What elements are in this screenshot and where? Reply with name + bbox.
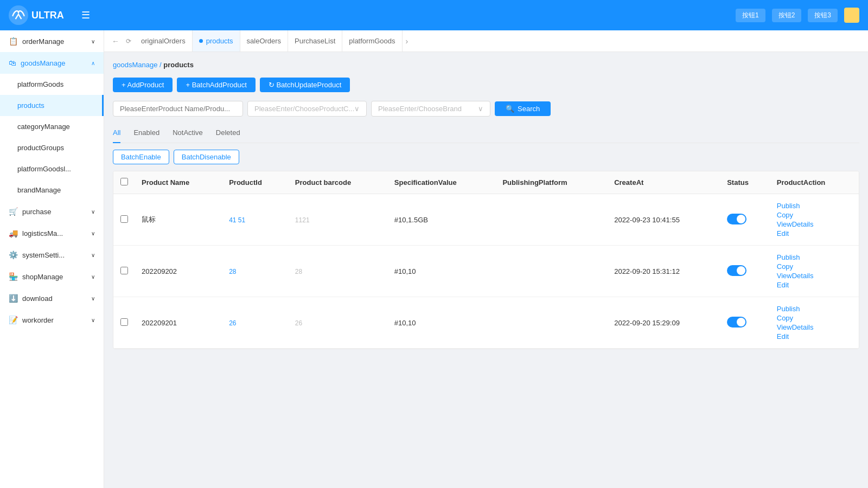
- row1-toggle[interactable]: [727, 214, 746, 224]
- row2-checkbox[interactable]: [120, 267, 128, 274]
- sidebar-label-goodsManage: goodsManage: [21, 59, 65, 67]
- row1-publish-link[interactable]: Publish: [777, 202, 852, 210]
- tab-refresh-btn[interactable]: ⟳: [123, 37, 135, 45]
- row3-publish-link[interactable]: Publish: [777, 305, 852, 313]
- tab-active-dot: [199, 39, 203, 43]
- row3-checkbox[interactable]: [120, 318, 128, 326]
- th-action: ProductAction: [770, 171, 859, 194]
- row2-actions: Publish Copy ViewDetails Edit: [770, 246, 859, 297]
- sidebar-label-systemSetti: systemSetti...: [22, 251, 65, 259]
- table-row: 202209201 26 26 #10,10 2022-09-20 15:29:…: [113, 297, 859, 349]
- row2-status: [720, 246, 770, 297]
- search-brand-select[interactable]: PleaseEnter/ChooseBrand ∨: [371, 101, 490, 117]
- row1-checkbox-cell: [113, 194, 135, 246]
- header-btn2[interactable]: 按钮2: [772, 9, 802, 22]
- row2-edit-link[interactable]: Edit: [777, 281, 852, 289]
- select-all-checkbox[interactable]: [120, 178, 128, 185]
- row1-barcode: 1121: [289, 194, 388, 246]
- sidebar-item-productGroups[interactable]: productGroups: [0, 137, 104, 158]
- logo: ULTRA: [9, 5, 64, 25]
- row1-edit-link[interactable]: Edit: [777, 229, 852, 237]
- chevron-icon-workorder: ∨: [91, 317, 95, 323]
- tab-platformGoods[interactable]: platformGoods: [342, 30, 402, 52]
- sidebar-item-download[interactable]: ⬇️ download ∨: [0, 287, 104, 309]
- breadcrumb-parent[interactable]: goodsManage: [113, 61, 157, 69]
- row1-action-links: Publish Copy ViewDetails Edit: [777, 202, 852, 237]
- search-name-input[interactable]: [113, 101, 243, 117]
- hamburger-icon[interactable]: ☰: [77, 7, 94, 23]
- filter-tab-deleted[interactable]: Deleted: [216, 125, 240, 143]
- tab-originalOrders[interactable]: originalOrders: [135, 30, 193, 52]
- header-btn1[interactable]: 按钮1: [736, 9, 765, 22]
- sidebar-item-categoryManage[interactable]: categoryManage: [0, 116, 104, 137]
- avatar[interactable]: [844, 8, 859, 23]
- chevron-icon-goodsManage: ∧: [91, 60, 95, 66]
- table-row: 鼠标 41 51 1121 #10,1.5GB 2022-09-23 10:41…: [113, 194, 859, 246]
- row1-product-name: 鼠标: [135, 194, 222, 246]
- product-table: Product Name ProductId Product barcode S…: [113, 171, 859, 349]
- row1-copy-link[interactable]: Copy: [777, 211, 852, 219]
- tab-more-btn[interactable]: ›: [403, 37, 412, 46]
- filter-tab-all[interactable]: All: [113, 125, 120, 143]
- th-checkbox: [113, 171, 135, 194]
- sidebar-item-workorder[interactable]: 📝 workorder ∨: [0, 309, 104, 331]
- header-right: 按钮1 按钮2 按钮3: [736, 8, 859, 23]
- goods-icon: 🛍: [9, 59, 16, 67]
- row2-spec-value: #10,10: [388, 246, 496, 297]
- filter-tab-notActive[interactable]: NotActive: [173, 125, 203, 143]
- tab-products[interactable]: products: [193, 30, 240, 52]
- row3-spec-value: #10,10: [388, 297, 496, 349]
- sidebar-item-systemSetti[interactable]: ⚙️ systemSetti... ∨: [0, 244, 104, 266]
- row1-viewdetails-link[interactable]: ViewDetails: [777, 220, 852, 228]
- shop-icon: 🏪: [9, 272, 18, 281]
- row3-checkbox-cell: [113, 297, 135, 349]
- tab-PurchaseList[interactable]: PurchaseList: [288, 30, 342, 52]
- th-spec-value: SpecificationValue: [388, 171, 496, 194]
- tab-back-btn[interactable]: ←: [108, 37, 123, 46]
- search-button[interactable]: 🔍 Search: [495, 101, 551, 116]
- row3-toggle[interactable]: [727, 317, 746, 328]
- filter-tab-enabled[interactable]: Enabled: [133, 125, 159, 143]
- sidebar-label-shopManage: shopManage: [22, 273, 63, 281]
- breadcrumb: goodsManage / products: [113, 61, 859, 69]
- sidebar-item-goodsManage[interactable]: 🛍 goodsManage ∧: [0, 52, 104, 74]
- th-create-at: CreateAt: [608, 171, 720, 194]
- row3-edit-link[interactable]: Edit: [777, 332, 852, 341]
- batch-enable-button[interactable]: BatchEnable: [113, 150, 169, 164]
- row3-status: [720, 297, 770, 349]
- sidebar-item-purchase[interactable]: 🛒 purchase ∨: [0, 201, 104, 222]
- row1-checkbox[interactable]: [120, 215, 128, 223]
- th-product-id: ProductId: [222, 171, 289, 194]
- search-category-select[interactable]: PleaseEnter/ChooseProductC... ∨: [247, 101, 367, 117]
- row2-product-name: 202209202: [135, 246, 222, 297]
- sidebar-item-orderManage[interactable]: 📋 orderManage ∨: [0, 30, 104, 52]
- page-body: goodsManage / products + AddProduct + Ba…: [104, 52, 868, 488]
- sidebar-item-brandManage[interactable]: brandManage: [0, 179, 104, 201]
- sidebar-item-logisticsMa[interactable]: 🚚 logisticsMa... ∨: [0, 222, 104, 244]
- sidebar-item-products[interactable]: products: [0, 95, 104, 116]
- add-product-button[interactable]: + AddProduct: [113, 78, 173, 92]
- sidebar-label-platformGoods: platformGoods: [17, 80, 63, 88]
- row2-viewdetails-link[interactable]: ViewDetails: [777, 272, 852, 280]
- chevron-icon-orderManage: ∨: [91, 38, 95, 44]
- sidebar-item-platformGoodsl[interactable]: platformGoodsl...: [0, 158, 104, 179]
- action-bar: + AddProduct + BatchAddProduct ↻ BatchUp…: [113, 78, 859, 92]
- row2-create-at: 2022-09-20 15:31:12: [608, 246, 720, 297]
- batch-disable-button[interactable]: BatchDisenable: [174, 150, 239, 164]
- sidebar-item-shopManage[interactable]: 🏪 shopManage ∨: [0, 266, 104, 287]
- row3-viewdetails-link[interactable]: ViewDetails: [777, 323, 852, 331]
- row3-copy-link[interactable]: Copy: [777, 314, 852, 322]
- row2-publish-link[interactable]: Publish: [777, 253, 852, 261]
- row2-copy-link[interactable]: Copy: [777, 262, 852, 271]
- sidebar-item-platformGoods[interactable]: platformGoods: [0, 74, 104, 95]
- header-btn3[interactable]: 按钮3: [808, 9, 838, 22]
- sidebar-label-products: products: [17, 101, 44, 110]
- batch-add-product-button[interactable]: + BatchAddProduct: [177, 78, 255, 92]
- tab-saleOrders[interactable]: saleOrders: [240, 30, 289, 52]
- row1-create-at: 2022-09-23 10:41:55: [608, 194, 720, 246]
- batch-update-product-button[interactable]: ↻ BatchUpdateProduct: [260, 78, 350, 92]
- row3-action-links: Publish Copy ViewDetails Edit: [777, 305, 852, 341]
- row2-toggle[interactable]: [727, 265, 746, 276]
- main-content: ← ⟳ originalOrders products saleOrders P…: [104, 30, 868, 488]
- sidebar-label-workorder: workorder: [22, 316, 54, 324]
